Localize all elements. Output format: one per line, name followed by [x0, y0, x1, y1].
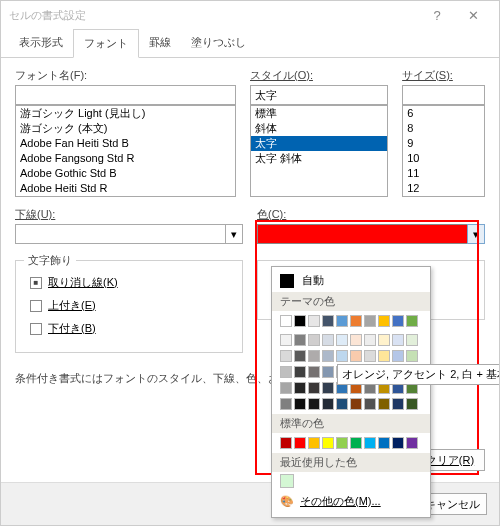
- color-swatch[interactable]: [280, 437, 292, 449]
- color-swatch[interactable]: [308, 398, 320, 410]
- color-swatch[interactable]: [322, 382, 334, 394]
- tab-font[interactable]: フォント: [73, 29, 139, 58]
- color-swatch[interactable]: [322, 366, 334, 378]
- color-swatch[interactable]: [378, 315, 390, 327]
- color-swatch[interactable]: [336, 334, 348, 346]
- list-item[interactable]: 9: [403, 136, 484, 151]
- color-swatch[interactable]: [294, 398, 306, 410]
- chevron-down-icon[interactable]: ▾: [225, 224, 243, 244]
- checkbox-icon: [30, 277, 42, 289]
- color-swatch[interactable]: [336, 350, 348, 362]
- list-item[interactable]: 8: [403, 121, 484, 136]
- color-swatch[interactable]: [364, 334, 376, 346]
- strike-checkbox[interactable]: 取り消し線(K): [30, 275, 234, 290]
- subscript-checkbox[interactable]: 下付き(B): [30, 321, 234, 336]
- color-swatch[interactable]: [308, 437, 320, 449]
- style-list[interactable]: 標準 斜体 太字 太字 斜体: [250, 105, 388, 197]
- list-item[interactable]: 太字 斜体: [251, 151, 387, 166]
- color-swatch[interactable]: [378, 398, 390, 410]
- color-swatch[interactable]: [280, 350, 292, 362]
- color-swatch[interactable]: [308, 382, 320, 394]
- list-item[interactable]: 游ゴシック Light (見出し): [16, 106, 235, 121]
- underline-label: 下線(U):: [15, 207, 243, 222]
- color-swatch[interactable]: [280, 398, 292, 410]
- color-swatch[interactable]: [280, 315, 292, 327]
- font-list[interactable]: 游ゴシック Light (見出し) 游ゴシック (本文) Adobe Fan H…: [15, 105, 236, 197]
- color-swatch[interactable]: [392, 315, 404, 327]
- color-swatch[interactable]: [322, 437, 334, 449]
- list-item[interactable]: Adobe Gothic Std B: [16, 166, 235, 181]
- color-swatch[interactable]: [280, 334, 292, 346]
- list-item[interactable]: Adobe Heiti Std R: [16, 181, 235, 196]
- recent-color-swatch[interactable]: [280, 474, 294, 488]
- color-swatch[interactable]: [392, 350, 404, 362]
- list-item[interactable]: 11: [403, 166, 484, 181]
- color-swatch[interactable]: [378, 334, 390, 346]
- color-swatch[interactable]: [392, 334, 404, 346]
- list-item[interactable]: 游ゴシック (本文): [16, 121, 235, 136]
- color-swatch[interactable]: [378, 350, 390, 362]
- list-item[interactable]: 10: [403, 151, 484, 166]
- color-swatch[interactable]: [406, 315, 418, 327]
- color-swatch[interactable]: [294, 334, 306, 346]
- font-name-input[interactable]: [15, 85, 236, 105]
- tab-fill[interactable]: 塗りつぶし: [181, 29, 256, 57]
- style-input[interactable]: [250, 85, 388, 105]
- color-swatch[interactable]: [364, 398, 376, 410]
- color-swatch[interactable]: [308, 350, 320, 362]
- color-swatch[interactable]: [322, 398, 334, 410]
- color-swatch[interactable]: [294, 382, 306, 394]
- list-item[interactable]: 太字: [251, 136, 387, 151]
- color-swatch[interactable]: [350, 315, 362, 327]
- color-swatch[interactable]: [406, 350, 418, 362]
- color-swatch[interactable]: [336, 398, 348, 410]
- list-item[interactable]: Adobe Fangsong Std R: [16, 151, 235, 166]
- chevron-down-icon[interactable]: ▾: [467, 224, 485, 244]
- list-item[interactable]: 12: [403, 181, 484, 196]
- color-swatch[interactable]: [364, 350, 376, 362]
- color-swatch[interactable]: [350, 398, 362, 410]
- color-swatch[interactable]: [280, 366, 292, 378]
- color-swatch[interactable]: [336, 437, 348, 449]
- list-item[interactable]: 標準: [251, 106, 387, 121]
- superscript-checkbox[interactable]: 上付き(E): [30, 298, 234, 313]
- color-swatch[interactable]: [294, 350, 306, 362]
- color-swatch[interactable]: [350, 350, 362, 362]
- color-swatch[interactable]: [406, 334, 418, 346]
- color-swatch[interactable]: [257, 224, 468, 244]
- color-swatch[interactable]: [406, 437, 418, 449]
- list-item[interactable]: 6: [403, 106, 484, 121]
- color-swatch[interactable]: [308, 334, 320, 346]
- color-swatch[interactable]: [322, 315, 334, 327]
- color-swatch[interactable]: [364, 315, 376, 327]
- list-item[interactable]: 斜体: [251, 121, 387, 136]
- auto-color-item[interactable]: 自動: [272, 271, 430, 290]
- tab-format[interactable]: 表示形式: [9, 29, 73, 57]
- color-swatch[interactable]: [378, 437, 390, 449]
- color-swatch[interactable]: [350, 334, 362, 346]
- checkbox-icon: [30, 300, 42, 312]
- tab-border[interactable]: 罫線: [139, 29, 181, 57]
- size-list[interactable]: 6 8 9 10 11 12: [402, 105, 485, 197]
- color-swatch[interactable]: [406, 398, 418, 410]
- help-button[interactable]: ?: [419, 8, 455, 23]
- color-swatch[interactable]: [308, 315, 320, 327]
- color-swatch[interactable]: [280, 382, 292, 394]
- size-input[interactable]: [402, 85, 485, 105]
- color-swatch[interactable]: [350, 437, 362, 449]
- color-swatch[interactable]: [392, 398, 404, 410]
- color-swatch[interactable]: [322, 350, 334, 362]
- close-button[interactable]: ✕: [455, 8, 491, 23]
- more-colors-item[interactable]: 🎨 その他の色(M)...: [272, 490, 430, 513]
- color-swatch[interactable]: [294, 315, 306, 327]
- list-item[interactable]: Adobe Fan Heiti Std B: [16, 136, 235, 151]
- color-swatch[interactable]: [364, 437, 376, 449]
- color-swatch[interactable]: [322, 334, 334, 346]
- color-swatch[interactable]: [336, 315, 348, 327]
- color-swatch[interactable]: [308, 366, 320, 378]
- swatch-icon: [280, 274, 294, 288]
- color-swatch[interactable]: [294, 366, 306, 378]
- color-swatch[interactable]: [392, 437, 404, 449]
- underline-select[interactable]: [15, 224, 226, 244]
- color-swatch[interactable]: [294, 437, 306, 449]
